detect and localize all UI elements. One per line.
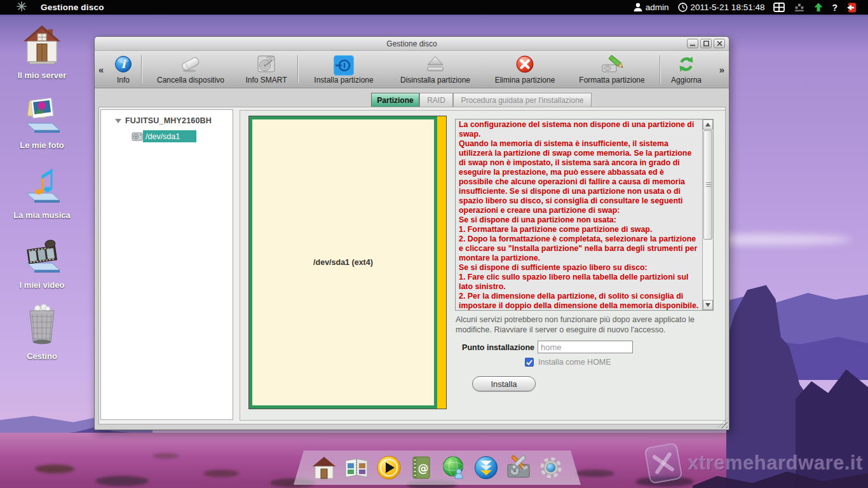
- chevron-down-icon: [115, 119, 121, 123]
- mount-point-input[interactable]: [538, 341, 633, 353]
- dock-contacts[interactable]: @: [407, 454, 435, 482]
- scrollbar-thumb[interactable]: [703, 130, 712, 240]
- toolbar-unmount-partition-button[interactable]: Disinstalla partizione: [387, 51, 484, 88]
- disk-management-window: Gestione disco « i Info Cancella: [94, 36, 729, 430]
- tab-bar: Partizione RAID Procedura guidata per l'…: [95, 88, 729, 107]
- desktop-icon-my-videos[interactable]: I miei video: [9, 234, 75, 290]
- dock-messenger[interactable]: [440, 454, 468, 482]
- toolbar-refresh-button[interactable]: Aggiorna: [663, 51, 710, 88]
- settings-gear-icon: [538, 454, 564, 481]
- tree-device-row[interactable]: FUJITSU_MHY2160BH: [115, 116, 212, 125]
- toolbar-mount-partition-button[interactable]: Installa partizione: [301, 51, 387, 88]
- svg-text:@: @: [417, 462, 428, 475]
- unmount-partition-icon: [426, 53, 445, 76]
- desktop-icon-label: Le mie foto: [9, 140, 75, 150]
- desktop-icon-my-server[interactable]: Il mio server: [9, 24, 75, 80]
- dock: @: [294, 451, 581, 485]
- tab-partizione[interactable]: Partizione: [371, 93, 419, 107]
- swap-info-text: La configurazione del sistema non dispon…: [456, 119, 702, 310]
- clock-display: 2011-5-21 18:51:48: [678, 3, 765, 12]
- watermark: xtremehardware.it: [647, 445, 863, 482]
- partition-map: /dev/sda1 (ext4): [248, 116, 447, 409]
- window-content: FUJITSU_MHY2160BH /dev/sda1 /dev/sda1 (e…: [98, 107, 726, 424]
- toolbar-format-partition-button[interactable]: Formatta partizione: [566, 51, 658, 88]
- minimize-button[interactable]: [687, 39, 698, 48]
- trash-icon: [22, 302, 62, 347]
- user-icon: [634, 3, 642, 12]
- watermark-logo-icon: [644, 442, 683, 484]
- check-icon: [526, 360, 532, 365]
- dock-photo-album[interactable]: [342, 454, 370, 482]
- help-button[interactable]: ?: [832, 3, 837, 13]
- app-logo-icon: [17, 1, 27, 14]
- install-button[interactable]: Installa: [472, 376, 536, 391]
- disk-utility-icon: [505, 454, 532, 481]
- watermark-text: xtremehardware.it: [688, 452, 863, 475]
- music-icon: [22, 164, 62, 206]
- service-notice-text: Alcuni servizi potrebbero non funzionare…: [456, 315, 728, 335]
- maximize-button[interactable]: [700, 39, 712, 48]
- erase-device-icon: [180, 53, 201, 76]
- desktop-icon-label: I miei video: [9, 280, 75, 290]
- partition-block-label: /dev/sda1 (ext4): [313, 258, 373, 267]
- smart-disk-icon: [257, 53, 276, 76]
- toolbar-delete-partition-button[interactable]: Elimina partizione: [484, 51, 566, 88]
- mount-point-label: Punto installazione: [450, 343, 534, 352]
- photo-album-icon: [343, 454, 370, 481]
- photos-icon: [22, 94, 62, 136]
- scrollbar[interactable]: [702, 119, 713, 310]
- desktop-icon-label: Il mio server: [9, 71, 75, 80]
- tab-install-wizard[interactable]: Procedura guidata per l'installazione: [453, 93, 592, 107]
- toolbar-erase-device-button[interactable]: Cancella dispositivo: [144, 51, 237, 88]
- toolbar-smart-info-button[interactable]: Info SMART: [237, 51, 295, 88]
- format-partition-icon: [601, 53, 623, 76]
- tab-raid[interactable]: RAID: [419, 93, 453, 107]
- desktop-icon-my-music[interactable]: La mia musica: [9, 164, 75, 220]
- swap-info-panel: La configurazione del sistema non dispon…: [455, 119, 714, 311]
- user-menu[interactable]: admin: [634, 3, 669, 12]
- window-titlebar[interactable]: Gestione disco: [95, 37, 729, 51]
- toolbar-scroll-left[interactable]: «: [98, 51, 104, 88]
- logout-icon[interactable]: [846, 3, 857, 13]
- top-bar: Gestione disco admin 2011-5-21 18:51:48 …: [0, 0, 868, 15]
- desktop-icon-label: La mia musica: [9, 210, 75, 220]
- refresh-icon: [677, 53, 696, 76]
- scroll-down-button[interactable]: [703, 300, 713, 310]
- toolbar-scroll-right[interactable]: »: [719, 51, 724, 88]
- upload-arrow-icon[interactable]: [814, 3, 823, 12]
- dock-disk-utility[interactable]: [505, 454, 532, 482]
- desktop-icon-label: Cestino: [9, 351, 75, 361]
- partition-block-sda1[interactable]: /dev/sda1 (ext4): [249, 116, 437, 409]
- server-home-icon: [22, 24, 62, 66]
- workgroup-icon[interactable]: [794, 3, 805, 12]
- clock-icon: [678, 3, 688, 12]
- dock-settings[interactable]: [537, 454, 565, 482]
- dock-download[interactable]: [472, 454, 500, 482]
- dock-home[interactable]: [310, 454, 338, 482]
- scroll-up-button[interactable]: [703, 119, 713, 130]
- datetime: 2011-5-21 18:51:48: [691, 3, 765, 12]
- tree-partition-row[interactable]: /dev/sda1: [132, 130, 196, 142]
- messenger-icon: [440, 454, 467, 481]
- disk-icon: [132, 132, 143, 142]
- window-title: Gestione disco: [95, 39, 729, 48]
- download-icon: [473, 454, 499, 481]
- media-player-icon: [376, 454, 402, 481]
- desktop-icon-trash[interactable]: Cestino: [9, 302, 75, 361]
- close-button[interactable]: [714, 39, 725, 48]
- install-home-label: Installa come HOME: [538, 358, 611, 367]
- window-toolbar: « i Info Cancella dispositivo: [95, 51, 729, 88]
- window-grid-icon[interactable]: [773, 3, 785, 12]
- contacts-icon: @: [408, 454, 435, 481]
- dock-media-player[interactable]: [375, 454, 403, 482]
- partition-main-panel: /dev/sda1 (ext4) La configurazione del s…: [240, 110, 726, 421]
- desktop-icon-my-photos[interactable]: Le mie foto: [9, 94, 75, 150]
- home-icon: [311, 454, 337, 481]
- toolbar-info-button[interactable]: i Info: [107, 51, 139, 88]
- active-app-title: Gestione disco: [41, 3, 104, 12]
- free-space-block[interactable]: [437, 116, 446, 409]
- device-name: FUJITSU_MHY2160BH: [125, 116, 212, 125]
- delete-partition-icon: [515, 53, 534, 76]
- install-home-checkbox[interactable]: [525, 358, 534, 367]
- partition-name: /dev/sda1: [143, 130, 196, 142]
